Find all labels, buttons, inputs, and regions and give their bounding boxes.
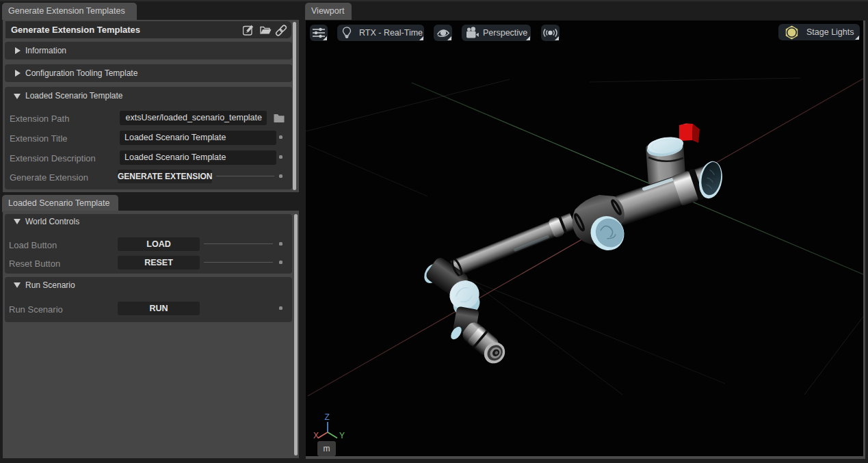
svg-text:X: X (313, 431, 319, 440)
svg-text:Y: Y (339, 431, 345, 440)
svg-text:Z: Z (325, 412, 330, 422)
